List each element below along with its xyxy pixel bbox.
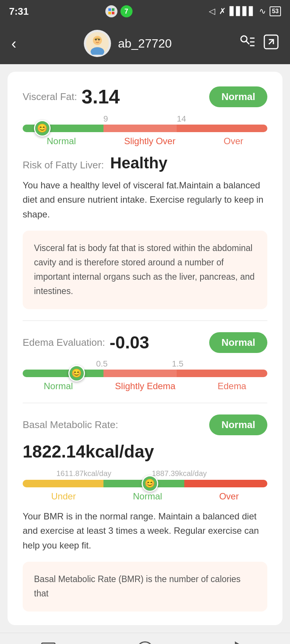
bluetooth-icon: ✗ <box>219 6 226 16</box>
edema-normal-segment <box>23 370 103 377</box>
bmr-badge: Normal <box>209 414 267 435</box>
svg-point-9 <box>98 39 100 40</box>
search-list-icon[interactable] <box>239 35 255 52</box>
visceral-fat-value: 3.14 <box>82 85 120 108</box>
svg-rect-3 <box>112 12 114 14</box>
edema-label: Edema Evaluation: <box>23 337 105 348</box>
svg-rect-2 <box>108 12 111 14</box>
signal-icon: ▋▋▋▋ <box>230 6 255 16</box>
svg-line-16 <box>269 40 273 44</box>
svg-rect-0 <box>108 8 111 11</box>
label-over: Over <box>224 136 243 146</box>
edema-smiley-icon: 😊 <box>71 368 82 378</box>
range-over-segment <box>177 125 267 132</box>
header-center: ab_27720 <box>84 30 171 57</box>
status-time: 7:31 <box>9 6 29 17</box>
range-top-labels: 9 14 <box>23 114 267 125</box>
edema-marker-05: 0.5 <box>96 359 108 369</box>
home-button[interactable] <box>134 638 156 644</box>
edema-range: 0.5 1.5 😊 Normal Slightly Edema Edema <box>23 359 267 391</box>
fatty-liver-label: Risk of Fatty Liver: <box>23 159 104 171</box>
edema-section: Edema Evaluation: -0.03 Normal 0.5 1.5 😊 <box>23 332 267 391</box>
back-button[interactable]: ‹ <box>11 35 16 52</box>
status-icons: ◁ ✗ ▋▋▋▋ ∿ 53 <box>209 6 281 16</box>
square-icon <box>41 642 56 644</box>
edema-value: -0.03 <box>110 332 149 353</box>
bmr-label-normal: Normal <box>133 491 162 502</box>
edema-thumb: 😊 <box>68 365 85 382</box>
edema-badge: Normal <box>209 332 267 353</box>
wifi-icon: ∿ <box>259 6 266 16</box>
bmr-info-box: Basal Metabolic Rate (BMR) is the number… <box>23 562 267 612</box>
location-icon: ◁ <box>209 6 215 16</box>
svg-point-8 <box>95 39 97 40</box>
divider-1 <box>23 320 267 321</box>
edema-over-segment <box>177 370 267 377</box>
bmr-bottom-labels: Under Normal Over <box>23 491 267 502</box>
bmr-value: 1822.14kcal/day <box>23 441 267 462</box>
divider-2 <box>23 403 267 403</box>
header-username: ab_27720 <box>118 37 171 51</box>
range-bottom-labels: Normal Slightly Over Over <box>23 136 267 146</box>
export-icon[interactable] <box>264 34 279 53</box>
edema-header: Edema Evaluation: -0.03 Normal <box>23 332 267 353</box>
bmr-label: Basal Metabolic Rate: <box>23 419 118 431</box>
edema-label-slightly: Slightly Edema <box>115 381 176 391</box>
back-nav-button[interactable] <box>230 638 253 644</box>
edema-bottom-labels: Normal Slightly Edema Edema <box>23 381 267 391</box>
health-card: Visceral Fat: 3.14 Normal 9 14 😊 <box>8 72 282 625</box>
edema-label-normal: Normal <box>44 381 73 391</box>
fatty-liver-value: Healthy <box>110 154 168 172</box>
triangle-icon <box>235 641 248 644</box>
google-icon <box>105 5 117 17</box>
bmr-over-segment <box>184 480 267 487</box>
fatty-liver-section: Risk of Fatty Liver: Healthy <box>23 154 267 172</box>
visceral-fat-range: 9 14 😊 Normal Slightly Over Over <box>23 114 267 146</box>
edema-label-edema: Edema <box>218 381 246 391</box>
header-actions <box>239 34 279 53</box>
visceral-fat-label-value: Visceral Fat: 3.14 <box>23 85 120 108</box>
app-icons: 7 <box>105 5 133 17</box>
visceral-fat-section: Visceral Fat: 3.14 Normal 9 14 😊 <box>23 85 267 309</box>
svg-point-10 <box>241 36 247 42</box>
status-bar: 7:31 7 ◁ ✗ ▋▋▋▋ ∿ 53 <box>0 0 290 23</box>
edema-marker-15: 1.5 <box>172 359 184 369</box>
visceral-fat-info-text: Visceral fat is body fat that is stored … <box>34 241 256 299</box>
svg-line-11 <box>246 41 249 44</box>
bmr-header: Basal Metabolic Rate: Normal <box>23 414 267 435</box>
label-normal: Normal <box>47 136 76 146</box>
bmr-label-under: Under <box>51 491 76 502</box>
bmr-bar: 😊 <box>23 480 267 487</box>
battery-indicator: 53 <box>270 6 281 16</box>
visceral-fat-thumb: 😊 <box>34 120 51 137</box>
smiley-icon: 😊 <box>37 123 47 133</box>
main-content: Visceral Fat: 3.14 Normal 9 14 😊 <box>0 64 290 633</box>
edema-range-top-labels: 0.5 1.5 <box>23 359 267 370</box>
bmr-info-text: Basal Metabolic Rate (BMR) is the number… <box>34 572 256 601</box>
bmr-smiley-icon: 😊 <box>145 479 155 488</box>
visceral-fat-bar: 😊 <box>23 125 267 132</box>
app-icon-2: 7 <box>120 5 133 17</box>
visceral-fat-badge: Normal <box>209 86 267 107</box>
edema-label-value: Edema Evaluation: -0.03 <box>23 332 149 353</box>
avatar <box>84 30 111 57</box>
range-marker-14: 14 <box>177 114 186 124</box>
visceral-fat-label: Visceral Fat: <box>23 91 77 103</box>
label-slightly-over: Slightly Over <box>124 136 176 146</box>
visceral-fat-info-box: Visceral fat is body fat that is stored … <box>23 231 267 309</box>
bmr-marker-low: 1611.87kcal/day <box>56 469 111 478</box>
edema-bar: 😊 <box>23 370 267 377</box>
visceral-fat-header: Visceral Fat: 3.14 Normal <box>23 85 267 108</box>
bmr-label-over: Over <box>219 491 239 502</box>
square-button[interactable] <box>37 638 60 644</box>
range-marker-9: 9 <box>103 114 108 124</box>
range-slightly-segment <box>103 125 177 132</box>
bmr-description: Your BMR is in the normal range. Maintai… <box>23 509 267 553</box>
edema-slightly-segment <box>103 370 177 377</box>
bmr-thumb: 😊 <box>142 475 158 492</box>
bottom-nav <box>0 633 290 644</box>
svg-rect-1 <box>112 8 114 11</box>
bmr-range: 1611.87kcal/day 1887.39kcal/day 😊 Under … <box>23 469 267 502</box>
bmr-section: Basal Metabolic Rate: Normal 1822.14kcal… <box>23 414 267 612</box>
circle-icon <box>137 641 153 644</box>
